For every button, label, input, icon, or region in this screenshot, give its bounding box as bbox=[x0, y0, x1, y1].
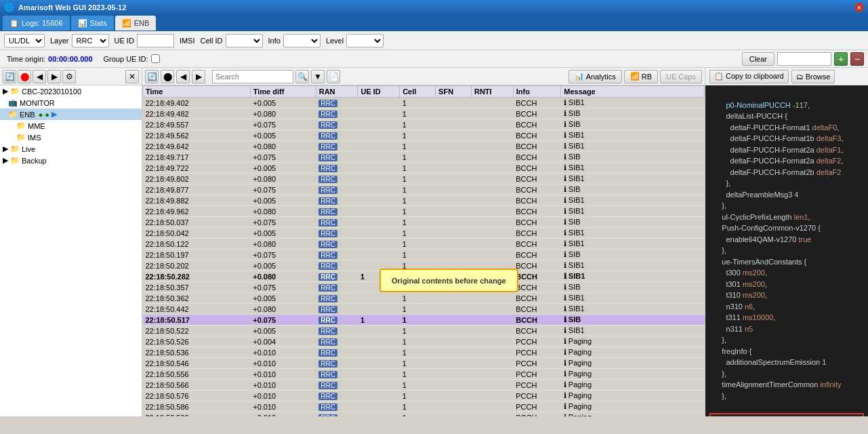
enb-icon: 📶 bbox=[122, 19, 131, 28]
table-row[interactable]: 22:18:50.122+0.080RRC1BCCHℹ SIB1 bbox=[143, 239, 705, 250]
uldl-select[interactable]: UL/DLULDL bbox=[4, 34, 45, 47]
group-ue-label: Group UE ID: bbox=[104, 55, 148, 63]
title-bar: 🌐 Amarisoft Web GUI 2023-05-12 × bbox=[0, 0, 868, 15]
sidebar-item-live[interactable]: ▶ 📁 Live bbox=[0, 143, 142, 155]
table-row[interactable]: 22:18:50.037+0.075RRC1BCCHℹ SIB bbox=[143, 217, 705, 228]
sidebar-item-label: CBC-2023010100 bbox=[22, 87, 81, 96]
layer-select[interactable]: RRCMACPHY bbox=[72, 34, 109, 47]
log-area: 🔄 ⬤ ◀ ▶ 🔍 ▼ 📄 📊 Analytics 📶 RB UE Caps bbox=[142, 68, 705, 416]
info-select[interactable] bbox=[283, 34, 321, 47]
time-toolbar: Time origin: 00:00:00.000 Group UE ID: C… bbox=[0, 50, 868, 68]
table-row[interactable]: 22:18:50.042+0.005RRC1BCCHℹ SIB1 bbox=[143, 228, 705, 239]
tab-stats[interactable]: 📊 Stats bbox=[71, 16, 114, 31]
sidebar-item-monitor[interactable]: 📺 MONITOR bbox=[0, 97, 142, 108]
sidebar-item-backup[interactable]: ▶ 📁 Backup bbox=[0, 155, 142, 166]
live-folder-icon: 📁 bbox=[10, 144, 20, 153]
level-select[interactable] bbox=[346, 34, 384, 47]
sidebar-stop-button[interactable]: ⬤ bbox=[18, 70, 31, 83]
log-stop-button[interactable]: ⬤ bbox=[161, 70, 174, 83]
table-row[interactable]: 22:18:50.586+0.010RRC1PCCHℹ Paging bbox=[143, 401, 705, 412]
table-row[interactable]: 22:18:49.882+0.005RRC1BCCHℹ SIB1 bbox=[143, 195, 705, 206]
sidebar-item-mme[interactable]: 📁 MME bbox=[0, 120, 142, 132]
log-icon3[interactable]: 📄 bbox=[327, 70, 340, 83]
remove-filter-button[interactable]: − bbox=[850, 52, 864, 66]
table-row[interactable]: 22:18:49.877+0.075RRC1BCCHℹ SIB bbox=[143, 184, 705, 195]
browse-button[interactable]: 🗂 Browse bbox=[791, 70, 835, 83]
mme-icon: 📁 bbox=[16, 121, 26, 130]
sidebar-item-ims[interactable]: 📁 IMS bbox=[0, 132, 142, 143]
ue-id-input[interactable] bbox=[137, 34, 174, 47]
table-row[interactable]: 22:18:49.962+0.080RRC1BCCHℹ SIB1 bbox=[143, 206, 705, 217]
table-row[interactable]: 22:18:50.522+0.005RRC1BCCHℹ SIB1 bbox=[143, 326, 705, 336]
table-row[interactable]: 22:18:50.526+0.004RRC1PCCHℹ Paging bbox=[143, 336, 705, 347]
sidebar-item-label: IMS bbox=[28, 134, 41, 142]
filter-input[interactable] bbox=[777, 52, 831, 66]
table-row[interactable]: 22:18:50.546+0.010RRC1PCCHℹ Paging bbox=[143, 358, 705, 369]
table-row[interactable]: 22:18:50.202+0.005RRC1BCCHℹ SIB1 bbox=[143, 260, 705, 271]
right-panel-toolbar: 📋 Copy to clipboard 🗂 Browse bbox=[705, 68, 868, 85]
table-row[interactable]: 22:18:50.536+0.010RRC1PCCHℹ Paging bbox=[143, 347, 705, 358]
table-row[interactable]: 22:18:49.722+0.005RRC1BCCHℹ SIB1 bbox=[143, 163, 705, 174]
sidebar-item-label: MME bbox=[28, 122, 45, 130]
add-filter-button[interactable]: + bbox=[834, 52, 848, 66]
filter-icon[interactable]: ▼ bbox=[311, 70, 325, 83]
table-row[interactable]: 22:18:50.282+0.080RRC11BCCHℹ SIB1 bbox=[143, 271, 705, 282]
browse-icon: 🗂 bbox=[796, 73, 804, 81]
col-header-sfn: SFN bbox=[436, 86, 472, 98]
layer-label: Layer bbox=[50, 37, 69, 45]
right-panel-content: p0-NominalPUCCH -117, deltaList-PUCCH { … bbox=[705, 85, 868, 416]
table-row[interactable]: 22:18:50.357+0.075RRC1BCCHℹ SIB bbox=[143, 282, 705, 293]
table-row[interactable]: 22:18:49.402+0.005RRC1BCCHℹ SIB1 bbox=[143, 98, 705, 108]
col-header-message: Message bbox=[561, 86, 705, 98]
close-button[interactable]: × bbox=[854, 3, 864, 12]
backup-expand-icon: ▶ bbox=[3, 156, 8, 165]
tab-logs[interactable]: 📋 Logs: 15606 bbox=[3, 16, 70, 31]
col-header-time: Time bbox=[143, 86, 251, 98]
table-row[interactable]: 22:18:49.642+0.080RRC1BCCHℹ SIB1 bbox=[143, 141, 705, 152]
rb-button[interactable]: 📶 RB bbox=[624, 70, 658, 83]
tab-enb[interactable]: 📶 ENB bbox=[115, 16, 157, 31]
cell-id-select[interactable] bbox=[226, 34, 263, 47]
log-next-button[interactable]: ▶ bbox=[192, 70, 205, 83]
copy-clipboard-button[interactable]: 📋 Copy to clipboard bbox=[709, 70, 789, 83]
log-prev-button[interactable]: ◀ bbox=[176, 70, 190, 83]
sidebar-close-button[interactable]: ✕ bbox=[125, 70, 139, 83]
sidebar-item-cbc[interactable]: ▶ 📁 CBC-2023010100 bbox=[0, 85, 142, 97]
sidebar-item-label: Backup bbox=[22, 157, 47, 165]
log-refresh-button[interactable]: 🔄 bbox=[145, 70, 159, 83]
table-row[interactable]: 22:18:50.576+0.010RRC1PCCHℹ Paging bbox=[143, 391, 705, 401]
table-row[interactable]: 22:18:49.562+0.005RRC1BCCHℹ SIB1 bbox=[143, 130, 705, 141]
table-row[interactable]: 22:18:49.557+0.075RRC1BCCHℹ SIB bbox=[143, 119, 705, 130]
table-row[interactable]: 22:18:50.517+0.075RRC11BCCHℹ SIB bbox=[143, 315, 705, 326]
time-origin-label: Time origin: bbox=[7, 55, 45, 63]
table-row[interactable]: 22:18:50.362+0.005RRC1BCCHℹ SIB1 bbox=[143, 293, 705, 304]
table-row[interactable]: 22:18:49.482+0.080RRC1BCCHℹ SIB bbox=[143, 108, 705, 119]
search-input[interactable] bbox=[212, 70, 293, 83]
group-ue-checkbox[interactable] bbox=[151, 54, 160, 63]
table-row[interactable]: 22:18:50.197+0.075RRC1BCCHℹ SIB bbox=[143, 250, 705, 260]
cbc-expand-icon: ▶ bbox=[3, 87, 8, 96]
top-toolbar: UL/DLULDL Layer RRCMACPHY UE ID IMSI Cel… bbox=[0, 31, 868, 50]
table-row[interactable]: 22:18:49.802+0.080RRC1BCCHℹ SIB1 bbox=[143, 174, 705, 184]
code-content: p0-NominalPUCCH -117, deltaList-PUCCH { … bbox=[705, 85, 868, 416]
log-table-container[interactable]: Time Time diff RAN UE ID Cell SFN RNTI I… bbox=[142, 85, 705, 416]
analytics-button[interactable]: 📊 Analytics bbox=[569, 70, 622, 83]
sidebar-next-button[interactable]: ▶ bbox=[47, 70, 61, 83]
cell-id-label: Cell ID bbox=[201, 37, 223, 45]
stats-icon: 📊 bbox=[78, 19, 87, 28]
sidebar-prev-button[interactable]: ◀ bbox=[33, 70, 46, 83]
ue-caps-button[interactable]: UE Caps bbox=[660, 70, 702, 83]
app-icon: 🌐 bbox=[4, 3, 14, 12]
table-row[interactable]: 22:18:50.566+0.010RRC1PCCHℹ Paging bbox=[143, 380, 705, 391]
level-label: Level bbox=[326, 37, 344, 45]
clear-button[interactable]: Clear bbox=[742, 52, 774, 66]
sidebar-refresh-button[interactable]: 🔄 bbox=[3, 70, 16, 83]
live-expand-icon: ▶ bbox=[3, 144, 8, 153]
col-header-info: Info bbox=[513, 86, 561, 98]
table-row[interactable]: 22:18:50.596+0.010RRC1PCCHℹ Paging bbox=[143, 412, 705, 417]
table-row[interactable]: 22:18:50.442+0.080RRC1BCCHℹ SIB1 bbox=[143, 304, 705, 315]
sidebar-settings-button[interactable]: ⚙ bbox=[62, 70, 76, 83]
table-row[interactable]: 22:18:50.556+0.010RRC1PCCHℹ Paging bbox=[143, 369, 705, 380]
sidebar-item-enb[interactable]: 📁 ENB ● ● ▶ bbox=[0, 108, 142, 120]
table-row[interactable]: 22:18:49.717+0.075RRC1BCCHℹ SIB bbox=[143, 152, 705, 163]
